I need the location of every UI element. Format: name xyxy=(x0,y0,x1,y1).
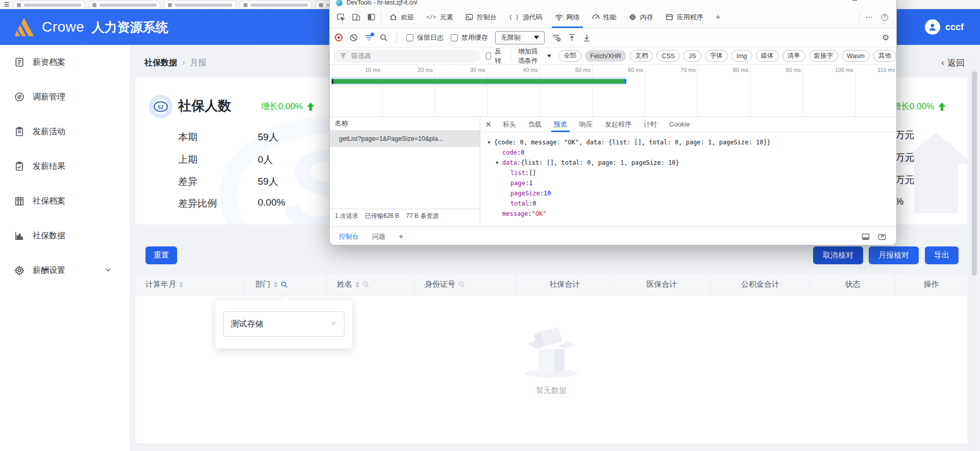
detail-tab-payload[interactable]: 负载 xyxy=(523,117,547,132)
import-har-icon[interactable] xyxy=(568,34,576,42)
record-network-log-icon[interactable] xyxy=(335,34,342,41)
tab-console[interactable]: 控制台 xyxy=(459,7,503,28)
breadcrumb-section[interactable]: 社保数据 xyxy=(144,58,177,68)
browser-tab[interactable] xyxy=(240,1,311,9)
browser-tab[interactable] xyxy=(13,1,85,9)
export-har-icon[interactable] xyxy=(583,34,591,42)
sidebar-item-payroll-activity[interactable]: 发薪活动 xyxy=(0,114,130,149)
sidebar-item-salary-archive[interactable]: 薪资档案 xyxy=(0,45,130,80)
drawer-tab-console[interactable]: 控制台 xyxy=(339,227,359,246)
tab-performance[interactable]: 性能 xyxy=(586,7,623,28)
pill-img[interactable]: Img xyxy=(731,50,752,62)
detail-tab-cookie[interactable]: Cookie xyxy=(664,117,695,132)
scrollbar-thumb[interactable] xyxy=(972,71,977,275)
help-icon[interactable]: ? xyxy=(877,10,892,25)
drawer-add-tab-button[interactable]: + xyxy=(399,227,403,246)
maximize-button[interactable] xyxy=(852,0,860,1)
name-column-header[interactable]: 名称 xyxy=(330,117,480,131)
detail-tab-preview[interactable]: 预览 xyxy=(548,117,573,132)
column-header-medical-total[interactable]: 医保合计 xyxy=(614,274,710,295)
device-toolbar-icon[interactable] xyxy=(348,10,363,25)
sidebar-item-insurance-archive[interactable]: 社保档案 xyxy=(0,184,130,218)
column-header-name[interactable]: 姓名 xyxy=(327,274,414,295)
close-detail-icon[interactable]: ✕ xyxy=(481,117,496,132)
filter-icon[interactable] xyxy=(365,34,373,41)
column-header-status[interactable]: 状态 xyxy=(811,274,895,295)
column-header-insurance-total[interactable]: 社保合计 xyxy=(517,274,614,295)
clear-network-log-icon[interactable] xyxy=(350,34,358,42)
sidebar-item-salary-settings[interactable]: 薪酬设置 xyxy=(0,253,130,288)
back-button[interactable]: ‹ 返回 xyxy=(941,55,965,70)
inspect-element-icon[interactable] xyxy=(333,10,348,25)
tab-welcome[interactable]: 欢迎 xyxy=(383,7,420,28)
search-filter-icon[interactable] xyxy=(362,281,369,288)
page-scrollbar[interactable] xyxy=(971,55,978,451)
pill-font[interactable]: 字体 xyxy=(705,50,728,62)
column-header-actions[interactable]: 操作 xyxy=(895,274,967,295)
open-panel-icon[interactable] xyxy=(878,233,886,240)
json-row-expandable[interactable]: ▼ data: {list: [], total: 0, page: 1, pa… xyxy=(481,158,771,168)
detail-tab-response[interactable]: 响应 xyxy=(574,117,598,132)
invert-filter-checkbox[interactable]: 反转 xyxy=(486,47,503,65)
column-header-id-number[interactable]: 身份证号 xyxy=(414,274,517,295)
pill-other[interactable]: 其他 xyxy=(873,50,896,62)
dock-side-icon[interactable] xyxy=(363,10,379,25)
pill-manifest[interactable]: 清单 xyxy=(782,50,805,62)
reset-button[interactable]: 重置 xyxy=(145,246,177,264)
pill-all[interactable]: 全部 xyxy=(558,50,581,62)
search-filter-icon[interactable] xyxy=(458,281,465,288)
preserve-log-checkbox[interactable]: 保留日志 xyxy=(406,33,444,42)
close-button[interactable]: × xyxy=(876,0,883,1)
sort-icon[interactable] xyxy=(274,282,278,288)
detail-tab-timing[interactable]: 计时 xyxy=(638,117,663,132)
monthly-check-button[interactable]: 月报核对 xyxy=(869,246,919,264)
network-conditions-icon[interactable] xyxy=(552,34,561,42)
sort-icon[interactable] xyxy=(179,282,183,288)
tab-network[interactable]: 网络 xyxy=(549,7,586,28)
column-header-department[interactable]: 部门 xyxy=(245,274,327,295)
tab-application[interactable]: 应用程序 xyxy=(659,7,709,28)
sidebar-item-salary-adjust[interactable]: 调薪管理 xyxy=(0,80,130,114)
sidebar-item-payroll-result[interactable]: 发薪结果 xyxy=(0,149,130,184)
add-filter-criteria-dropdown[interactable]: 增加筛选条件 xyxy=(518,47,551,65)
request-row-selected[interactable]: getList?page=1&PageSize=10&pla... xyxy=(330,131,480,147)
tab-memory[interactable]: 内存 xyxy=(623,7,659,28)
drawer-tab-issues[interactable]: 问题 xyxy=(372,227,385,246)
pill-wasm[interactable]: Wasm xyxy=(842,50,870,62)
column-header-fund-total[interactable]: 公积金合计 xyxy=(710,274,811,295)
sidebar-item-insurance-data[interactable]: 社保数据 xyxy=(0,218,130,253)
timeline-selection[interactable] xyxy=(331,77,626,85)
pill-socket[interactable]: 套接字 xyxy=(809,50,839,62)
network-timeline-overview[interactable]: 10 ms 20 ms 30 ms 40 ms 50 ms 60 ms 70 m… xyxy=(330,65,896,117)
expand-arrow-icon[interactable]: ▼ xyxy=(494,160,500,165)
throttling-select[interactable]: 无限制 xyxy=(495,31,545,44)
sort-icon[interactable] xyxy=(355,282,359,288)
pill-css[interactable]: CSS xyxy=(656,50,680,62)
filter-input[interactable]: 筛选器 xyxy=(334,49,481,63)
column-header-calc-month[interactable]: 计算年月 xyxy=(135,274,245,295)
disable-cache-checkbox[interactable]: 禁用缓存 xyxy=(451,33,488,42)
expand-arrow-icon[interactable]: ▼ xyxy=(486,140,492,145)
pill-fetch-xhr[interactable]: Fetch/XHR xyxy=(585,50,626,62)
detail-tab-initiator[interactable]: 发起程序 xyxy=(599,117,637,132)
browser-tab[interactable] xyxy=(89,1,160,9)
user-menu[interactable]: cccf xyxy=(925,9,964,45)
department-select[interactable]: 测试存储 xyxy=(223,311,345,337)
browser-tab[interactable] xyxy=(164,1,236,9)
network-settings-gear-icon[interactable]: ⚙ xyxy=(882,33,889,42)
tab-sources[interactable]: { } 源代码 xyxy=(503,7,549,28)
detail-tab-headers[interactable]: 标头 xyxy=(497,117,522,132)
search-filter-icon[interactable] xyxy=(281,281,287,288)
tab-elements[interactable]: </> 元素 xyxy=(420,7,459,28)
pill-doc[interactable]: 文档 xyxy=(630,50,653,62)
cancel-check-button[interactable]: 取消核对 xyxy=(813,246,863,264)
dock-drawer-icon[interactable] xyxy=(862,233,870,240)
add-panel-button[interactable]: + xyxy=(709,7,727,28)
hamburger-menu-icon[interactable]: ☰ xyxy=(0,1,13,9)
pill-js[interactable]: JS xyxy=(683,50,701,62)
pill-media[interactable]: 媒体 xyxy=(756,50,779,62)
export-button[interactable]: 导出 xyxy=(925,246,959,264)
more-options-icon[interactable]: ⋯ xyxy=(862,10,877,25)
devtools-titlebar[interactable]: DevTools - hr-test.zjf-it.cn/ xyxy=(330,0,896,7)
json-root-row[interactable]: ▼ {code: 0, message: "OK", data: {list: … xyxy=(481,137,771,147)
